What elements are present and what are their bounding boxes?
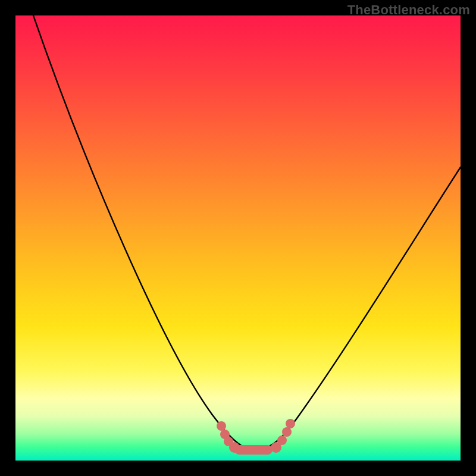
valley-markers (217, 419, 295, 455)
svg-rect-4 (234, 445, 273, 455)
svg-point-7 (282, 427, 292, 437)
left-curve (33, 15, 250, 450)
plot-area (15, 15, 461, 461)
watermark-text: TheBottleneck.com (347, 2, 470, 18)
svg-point-8 (286, 419, 295, 428)
chart-frame: TheBottleneck.com (0, 0, 476, 476)
curve-overlay (15, 15, 461, 461)
svg-point-6 (277, 436, 287, 445)
svg-point-0 (217, 421, 226, 431)
right-curve (259, 167, 461, 450)
